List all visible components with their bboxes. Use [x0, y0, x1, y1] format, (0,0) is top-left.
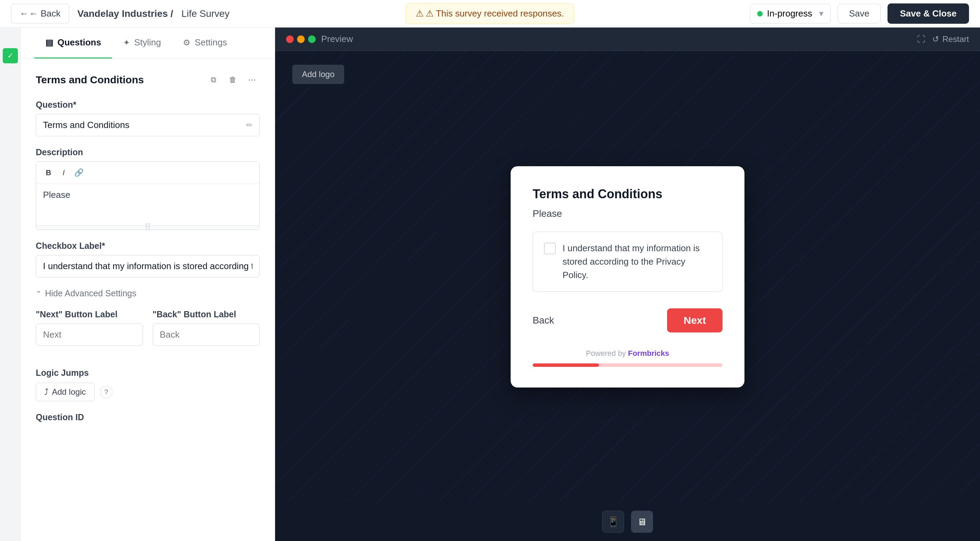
logic-jumps-section: Logic Jumps ⤴ Add logic ?	[36, 368, 259, 401]
description-content[interactable]: Please	[36, 184, 259, 225]
mobile-icon: 📱	[607, 516, 619, 528]
card-description: Please	[533, 208, 722, 219]
check-mark-icon: ✓	[3, 48, 18, 63]
description-editor: B I 🔗 Please ⠿	[36, 161, 259, 230]
question-label: Question*	[36, 100, 259, 110]
fake-checkbox[interactable]	[544, 243, 556, 254]
duplicate-button[interactable]: ⧉	[206, 72, 221, 88]
tabs-bar: ▤ Questions ✦ Styling ⚙ Settings	[21, 27, 275, 59]
bold-icon: B	[46, 168, 51, 177]
question-input-wrapper[interactable]: ✏	[36, 114, 259, 136]
expand-button[interactable]: ⛶	[917, 34, 925, 44]
checkbox-row[interactable]: I understand that my information is stor…	[533, 231, 722, 292]
dot-red	[286, 35, 294, 43]
preview-actions: ⛶ ↺ Restart	[917, 34, 969, 44]
back-button-input[interactable]	[160, 329, 253, 340]
restart-label: Restart	[942, 34, 969, 44]
progress-bar	[533, 364, 722, 367]
tab-styling[interactable]: ✦ Styling	[112, 27, 172, 59]
survey-card: Terms and Conditions Please I understand…	[511, 166, 745, 388]
checkbox-label-field-group: Checkbox Label*	[36, 241, 259, 278]
link-icon: 🔗	[74, 168, 84, 177]
save-button[interactable]: Save	[838, 4, 881, 23]
warning-icon: ⚠	[416, 8, 424, 19]
delete-button[interactable]: 🗑	[225, 72, 240, 88]
next-button-input-wrapper[interactable]	[36, 324, 143, 346]
preview-label: Preview	[321, 34, 353, 45]
preview-panel: Preview ⛶ ↺ Restart Add logo Terms and C…	[275, 27, 980, 541]
resize-icon: ⠿	[144, 222, 151, 230]
next-button-label-title: "Next" Button Label	[36, 310, 143, 319]
card-next-button[interactable]: Next	[667, 308, 722, 332]
desktop-view-button[interactable]: 🖥	[631, 511, 653, 533]
company-name: Vandelay Industries /	[77, 8, 173, 19]
bold-button[interactable]: B	[41, 166, 56, 180]
main-layout: ✓ ▤ Questions ✦ Styling ⚙ Settings Terms…	[0, 27, 980, 541]
trash-icon: 🗑	[229, 75, 237, 84]
hide-advanced-settings-toggle[interactable]: ⌃ Hide Advanced Settings	[36, 289, 259, 298]
back-label: ← Back	[29, 8, 60, 19]
back-button[interactable]: ← ← Back	[11, 4, 69, 23]
tab-questions-label: Questions	[57, 37, 101, 48]
checkbox-label-input-wrapper[interactable]	[36, 255, 259, 278]
topbar: ← ← Back Vandelay Industries / Life Surv…	[0, 0, 980, 27]
tab-settings-label: Settings	[195, 37, 227, 48]
status-dropdown[interactable]: In-progress ▾	[750, 4, 831, 23]
tab-styling-label: Styling	[134, 37, 161, 48]
tab-settings[interactable]: ⚙ Settings	[172, 27, 238, 59]
question-input[interactable]	[43, 120, 246, 131]
button-labels-row: "Next" Button Label "Back" Button Label	[36, 310, 259, 357]
more-options-button[interactable]: ⋯	[245, 72, 259, 88]
chevron-down-icon: ▾	[819, 8, 824, 19]
restart-button[interactable]: ↺ Restart	[932, 34, 969, 44]
topbar-center: ⚠ ⚠ This survey received responses.	[238, 3, 742, 24]
italic-button[interactable]: I	[57, 166, 70, 180]
preview-content: Add logo Terms and Conditions Please I u…	[275, 51, 980, 503]
add-logic-button[interactable]: ⤴ Add logic	[36, 383, 95, 401]
back-arrow-icon: ←	[20, 8, 29, 19]
next-button-input[interactable]	[43, 329, 136, 340]
editor-content: Terms and Conditions ⧉ 🗑 ⋯ Question*	[21, 59, 275, 541]
survey-name: Life Survey	[181, 8, 229, 19]
description-field-group: Description B I 🔗	[36, 147, 259, 230]
question-id-title: Question ID	[36, 412, 259, 422]
save-close-button[interactable]: Save & Close	[888, 3, 969, 24]
add-logo-button[interactable]: Add logo	[292, 65, 344, 84]
desktop-icon: 🖥	[637, 516, 647, 528]
dot-yellow	[297, 35, 305, 43]
powered-by: Powered by Formbricks	[533, 349, 722, 358]
questions-tab-icon: ▤	[45, 38, 53, 48]
edit-icon: ✏	[246, 121, 252, 130]
preview-bottom: 📱 🖥	[275, 503, 980, 541]
card-nav: Back Next	[533, 308, 722, 332]
link-button[interactable]: 🔗	[72, 166, 86, 180]
section-title: Terms and Conditions	[36, 74, 144, 86]
back-button-label-group: "Back" Button Label	[153, 310, 260, 346]
ellipsis-icon: ⋯	[248, 75, 256, 84]
checkbox-text: I understand that my information is stor…	[563, 242, 711, 282]
status-dot-icon	[757, 11, 763, 16]
editor-panel: ▤ Questions ✦ Styling ⚙ Settings Terms a…	[21, 27, 275, 541]
checkbox-label-input[interactable]	[43, 261, 252, 271]
warning-text: ⚠ This survey received responses.	[426, 8, 564, 19]
sidebar-check: ✓	[0, 27, 21, 541]
chevron-up-icon: ⌃	[36, 289, 41, 298]
resize-handle[interactable]: ⠿	[36, 225, 259, 230]
progress-fill	[533, 364, 599, 367]
section-actions: ⧉ 🗑 ⋯	[206, 72, 259, 88]
window-dots	[286, 35, 316, 43]
help-icon[interactable]: ?	[100, 386, 113, 398]
checkbox-label-title: Checkbox Label*	[36, 241, 259, 251]
add-logic-label: Add logic	[52, 387, 86, 397]
add-logic-icon: ⤴	[45, 387, 48, 397]
card-title: Terms and Conditions	[533, 187, 722, 201]
tab-questions[interactable]: ▤ Questions	[34, 27, 112, 59]
description-label: Description	[36, 147, 259, 157]
logic-jumps-title: Logic Jumps	[36, 368, 259, 378]
hide-advanced-label: Hide Advanced Settings	[45, 289, 136, 298]
restart-icon: ↺	[932, 34, 939, 44]
italic-icon: I	[63, 168, 65, 177]
card-back-button[interactable]: Back	[533, 315, 554, 326]
mobile-view-button[interactable]: 📱	[602, 511, 624, 533]
back-button-input-wrapper[interactable]	[153, 324, 260, 346]
